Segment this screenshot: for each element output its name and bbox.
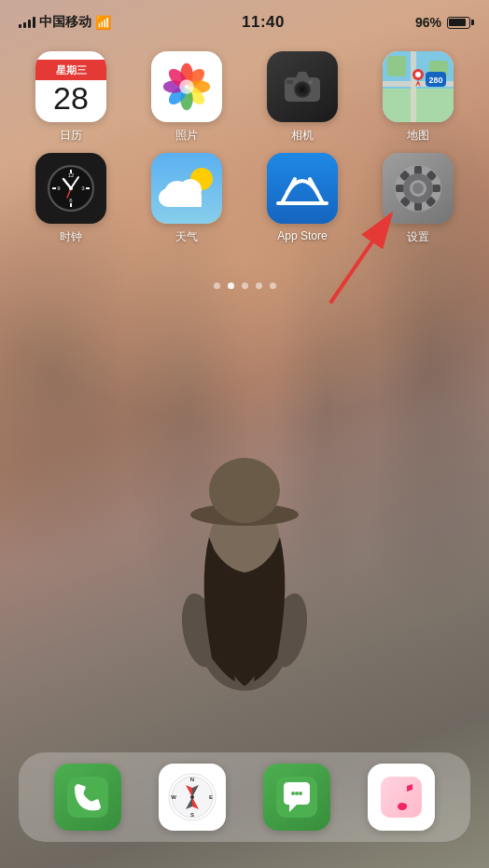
svg-point-20: [300, 88, 304, 91]
battery-percent: 96%: [415, 15, 441, 30]
page-dot-1[interactable]: [214, 282, 220, 289]
calendar-date: 28: [53, 82, 89, 114]
svg-rect-24: [383, 89, 454, 122]
camera-icon: [267, 51, 338, 122]
app-maps[interactable]: 280 地图: [370, 51, 467, 144]
calendar-label: 日历: [60, 128, 82, 144]
weather-icon: [151, 153, 222, 224]
app-row-1: 星期三 28 日历 照片: [0, 42, 489, 153]
status-battery: 96%: [415, 15, 470, 30]
svg-rect-22: [286, 80, 293, 84]
svg-point-81: [291, 792, 295, 795]
svg-text:S: S: [190, 812, 194, 818]
app-clock[interactable]: 12 6 9 3 时钟: [22, 153, 119, 245]
svg-point-32: [415, 72, 421, 77]
app-photos[interactable]: 照片: [138, 51, 235, 144]
app-calendar[interactable]: 星期三 28 日历: [22, 51, 119, 144]
svg-rect-60: [396, 185, 404, 192]
maps-label: 地图: [407, 128, 429, 144]
svg-text:N: N: [190, 777, 194, 782]
app-weather[interactable]: 天气: [138, 153, 235, 245]
svg-rect-85: [381, 777, 422, 818]
svg-point-6: [209, 458, 280, 523]
svg-point-21: [309, 80, 313, 84]
svg-rect-52: [168, 194, 202, 207]
dock: N S W E: [19, 752, 470, 842]
messages-icon: [263, 764, 330, 831]
svg-line-70: [330, 214, 391, 303]
page-dot-3[interactable]: [242, 282, 248, 289]
svg-text:W: W: [171, 794, 176, 800]
dock-app-music[interactable]: [368, 764, 435, 831]
carrier-label: 中国移动: [39, 14, 91, 31]
red-arrow: [302, 200, 433, 312]
svg-rect-27: [387, 56, 406, 76]
svg-point-75: [190, 795, 194, 799]
photos-icon: [151, 51, 222, 122]
weather-label: 天气: [175, 229, 198, 245]
svg-text:12: 12: [68, 172, 75, 178]
maps-icon: 280: [383, 51, 454, 122]
page-dot-4[interactable]: [256, 282, 262, 289]
clock-icon: 12 6 9 3: [35, 153, 106, 224]
svg-point-46: [69, 186, 73, 190]
dock-app-phone[interactable]: [54, 764, 121, 831]
music-icon: [368, 764, 435, 831]
battery-icon: [447, 17, 470, 29]
calendar-day: 星期三: [35, 60, 106, 80]
app-camera[interactable]: 相机: [254, 51, 351, 144]
photos-label: 照片: [175, 128, 198, 144]
status-bar: 中国移动 📶 11:40 96%: [0, 0, 489, 37]
wifi-icon: 📶: [95, 15, 111, 30]
svg-text:E: E: [209, 794, 213, 800]
dock-app-messages[interactable]: [263, 764, 330, 831]
svg-point-83: [299, 792, 302, 795]
signal-icon: [19, 17, 35, 28]
svg-point-82: [295, 792, 299, 795]
status-carrier: 中国移动 📶: [19, 14, 111, 31]
camera-label: 相机: [291, 128, 314, 144]
calendar-icon: 星期三 28: [35, 51, 106, 122]
page-dot-5[interactable]: [270, 282, 276, 289]
person-silhouette: [161, 434, 328, 696]
page-dot-2[interactable]: [228, 282, 234, 289]
svg-rect-71: [67, 777, 108, 818]
svg-rect-61: [432, 185, 440, 192]
status-time: 11:40: [242, 13, 285, 32]
svg-point-68: [412, 183, 424, 194]
clock-label: 时钟: [60, 229, 82, 245]
svg-rect-58: [414, 166, 422, 174]
dock-app-safari[interactable]: N S W E: [159, 764, 226, 831]
phone-icon: [54, 764, 121, 831]
svg-text:280: 280: [428, 76, 442, 85]
safari-icon: N S W E: [159, 764, 226, 831]
svg-point-15: [179, 79, 193, 93]
